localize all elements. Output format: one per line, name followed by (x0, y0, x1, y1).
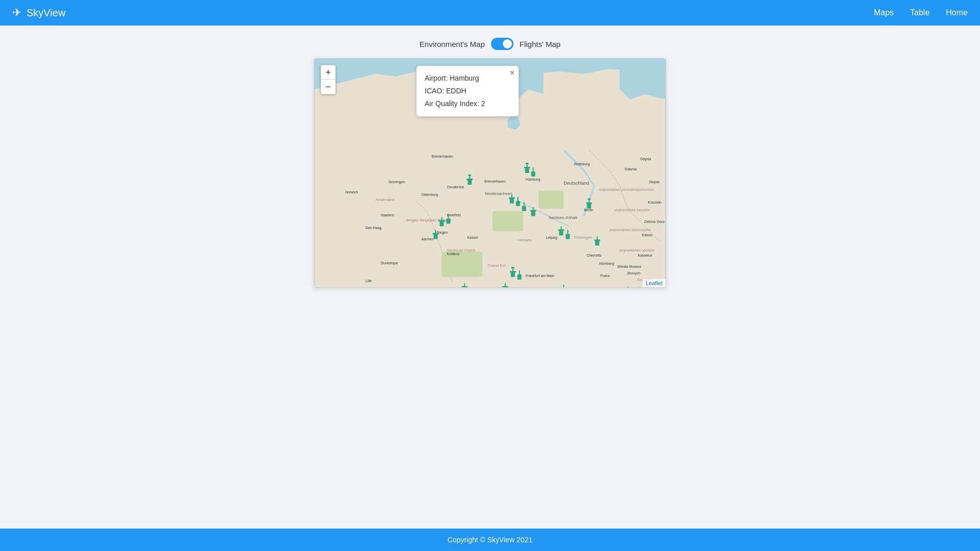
svg-text:Koszalin: Koszalin (648, 201, 662, 204)
svg-text:Hauths-de-France: Hauths-de-France (447, 248, 475, 252)
svg-rect-86 (433, 234, 437, 239)
svg-rect-64 (527, 164, 528, 168)
svg-text:Kalusz: Kalusz (642, 233, 653, 237)
toggle-slider (491, 38, 513, 50)
map-wrapper: Niedersachsen Sachsen-Anhalt Hessen Thür… (314, 58, 666, 288)
svg-text:Groningen: Groningen (388, 180, 405, 184)
svg-text:Koblenz: Koblenz (447, 252, 460, 256)
svg-text:Niedersachsen: Niedersachsen (485, 191, 512, 196)
svg-text:Nederland: Nederland (376, 197, 395, 202)
svg-rect-129 (531, 211, 535, 216)
svg-rect-112 (505, 283, 506, 287)
svg-rect-121 (563, 285, 564, 287)
svg-text:Berlin: Berlin (584, 208, 593, 212)
svg-text:Osnabrück: Osnabrück (447, 185, 464, 189)
popup-aqi: Air Quality Index: 2 (425, 98, 510, 109)
svg-text:Sachsen-Anhalt: Sachsen-Anhalt (548, 215, 577, 220)
svg-text:Katowice: Katowice (638, 254, 652, 257)
popup-close-button[interactable]: × (510, 69, 514, 77)
svg-rect-128 (524, 202, 525, 206)
svg-rect-71 (468, 174, 471, 176)
svg-text:Norwich: Norwich (345, 190, 358, 194)
svg-text:Kassel: Kassel (467, 236, 478, 239)
airport-popup: × Airport: Hamburg ICAO: EDDH Air Qualit… (416, 66, 519, 116)
environment-map-label: Environment's Map (420, 40, 485, 48)
svg-rect-92 (566, 234, 570, 239)
zoom-in-button[interactable]: + (321, 65, 335, 80)
svg-text:Bielefeld: Bielefeld (447, 213, 460, 217)
svg-rect-70 (469, 176, 470, 180)
svg-text:Frankfurt am Main: Frankfurt am Main (526, 274, 555, 278)
svg-text:Bremerhaven: Bremerhaven (484, 180, 506, 183)
svg-text:Dunkerque: Dunkerque (381, 261, 398, 265)
brand-name: SkyView (27, 7, 65, 19)
svg-text:Lille: Lille (365, 279, 372, 283)
svg-text:Hessen: Hessen (518, 238, 532, 242)
popup-airport-name: Airport: Hamburg (425, 73, 510, 84)
svg-rect-96 (597, 236, 598, 240)
main-content: Environment's Map Flights' Map (0, 26, 980, 529)
svg-rect-81 (439, 221, 444, 227)
svg-rect-72 (510, 198, 514, 204)
svg-rect-93 (567, 230, 568, 234)
svg-rect-65 (526, 163, 529, 164)
footer-text: Copyright © SkyView 2021 (448, 536, 532, 544)
nav-home[interactable]: Home (946, 8, 968, 17)
svg-text:Haarlem: Haarlem (381, 213, 394, 217)
svg-text:Gdańsk: Gdańsk (625, 167, 637, 171)
nav-links: Maps Table Home (874, 8, 968, 17)
navbar: ✈ SkyView Maps Table Home (0, 0, 980, 26)
nav-maps[interactable]: Maps (874, 8, 894, 17)
svg-rect-91 (560, 227, 561, 231)
svg-text:Praha: Praha (600, 274, 610, 278)
svg-rect-75 (516, 201, 520, 206)
map-area[interactable]: Niedersachsen Sachsen-Anhalt Hessen Thür… (314, 59, 666, 287)
svg-text:Zielona Góra: Zielona Góra (644, 220, 665, 223)
svg-text:województwo zachodniopomorskie: województwo zachodniopomorskie (599, 188, 654, 192)
svg-rect-79 (589, 199, 590, 204)
svg-rect-102 (519, 270, 520, 274)
popup-icao: ICAO: EDDH (425, 86, 510, 96)
svg-text:Słupsk: Słupsk (649, 180, 660, 184)
map-toggle-container: Environment's Map Flights' Map (420, 38, 560, 50)
leaflet-link[interactable]: Leaflet (646, 280, 663, 286)
svg-rect-77 (587, 204, 591, 209)
zoom-out-button[interactable]: − (321, 80, 335, 94)
svg-text:Bremerhaven: Bremerhaven (432, 155, 453, 158)
svg-rect-83 (441, 217, 442, 221)
svg-text:Wolfsburg: Wolfsburg (574, 162, 590, 166)
svg-rect-1 (493, 211, 523, 232)
map-attribution: Leaflet (643, 279, 666, 287)
svg-rect-62 (525, 168, 529, 173)
svg-rect-85 (448, 215, 449, 219)
svg-rect-100 (511, 267, 514, 268)
svg-text:Belgie/ Belgique/ Belgien: Belgie/ Belgique/ Belgien (406, 218, 452, 222)
svg-text:Gdynia: Gdynia (640, 157, 651, 161)
nav-table[interactable]: Table (910, 8, 929, 17)
svg-text:Grand Est: Grand Est (487, 263, 506, 268)
svg-text:Středni Morava: Středni Morava (617, 265, 641, 268)
svg-rect-66 (531, 171, 535, 177)
svg-text:Thüringen: Thüringen (574, 235, 592, 240)
svg-text:Chemnitz: Chemnitz (586, 254, 602, 257)
svg-text:województwo lubuskie: województwo lubuskie (615, 208, 650, 212)
flights-map-label: Flights' Map (520, 40, 560, 48)
svg-text:Nürnberg: Nürnberg (599, 262, 614, 266)
svg-rect-99 (512, 268, 513, 272)
svg-rect-84 (446, 219, 450, 224)
svg-rect-127 (522, 206, 526, 211)
map-toggle-switch[interactable] (491, 38, 513, 50)
svg-rect-76 (518, 197, 519, 201)
svg-text:Aachen: Aachen (422, 237, 434, 241)
svg-rect-68 (468, 180, 472, 185)
svg-text:Oldenburg: Oldenburg (422, 193, 438, 197)
svg-rect-89 (559, 230, 563, 235)
svg-rect-97 (511, 272, 515, 277)
footer: Copyright © SkyView 2021 (0, 529, 980, 551)
svg-rect-88 (435, 230, 436, 234)
svg-text:województwo opolskie: województwo opolskie (620, 248, 655, 253)
brand-link[interactable]: ✈ SkyView (12, 6, 65, 19)
svg-rect-101 (518, 274, 522, 280)
svg-rect-74 (511, 194, 512, 198)
svg-rect-80 (587, 198, 591, 200)
